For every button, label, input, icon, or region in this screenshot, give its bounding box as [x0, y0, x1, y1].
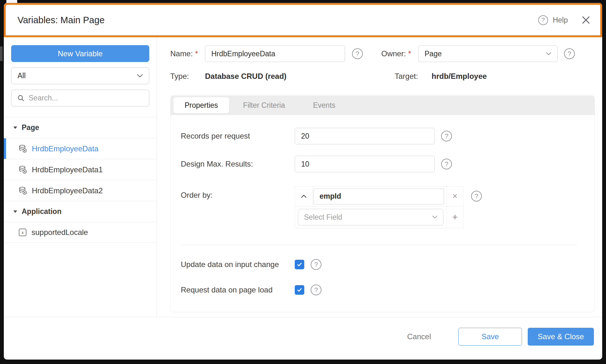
records-per-request-row: Records per request ?	[181, 128, 585, 144]
sidebar-item-hrdbemployeedata2[interactable]: HrdbEmployeeData2	[4, 180, 157, 201]
cancel-button[interactable]: Cancel	[407, 332, 431, 341]
chevron-down-icon	[546, 52, 551, 55]
database-icon	[18, 165, 27, 174]
order-by-row: Order by: empId × Select Fiel	[181, 186, 585, 228]
variable-icon: x	[18, 228, 27, 237]
records-per-request-input[interactable]	[295, 128, 435, 144]
required-marker: *	[195, 49, 198, 58]
variables-dialog: Variables: Main Page ? Help New Variable…	[4, 3, 602, 360]
request-data-checkbox[interactable]	[295, 285, 304, 295]
name-input[interactable]	[205, 45, 345, 62]
max-results-help-icon[interactable]: ?	[441, 159, 452, 169]
search-icon	[18, 95, 25, 102]
type-value: Database CRUD (read)	[205, 72, 352, 81]
select-field-dropdown[interactable]: Select Field	[298, 209, 443, 225]
section-divider	[181, 245, 578, 245]
group-header-application[interactable]: Application	[4, 201, 157, 222]
sidebar-item-hrdbemployeedata1[interactable]: HrdbEmployeeData1	[4, 159, 157, 180]
order-by-help-icon[interactable]: ?	[471, 191, 482, 202]
records-help-icon[interactable]: ?	[441, 131, 452, 141]
header-actions: ? Help	[538, 15, 591, 25]
dialog-footer: Cancel Save Save & Close	[4, 317, 602, 360]
request-data-row: Request data on page load ?	[181, 285, 585, 295]
remove-order-field-icon[interactable]: ×	[447, 187, 463, 206]
variable-tab-panel: Properties Filter Criteria Events Record…	[170, 95, 595, 312]
variable-list: Page HrdbEmployeeData	[4, 117, 157, 243]
tab-filter-criteria[interactable]: Filter Criteria	[229, 97, 299, 113]
svg-text:x: x	[21, 230, 24, 235]
design-max-results-label: Design Max. Results:	[181, 160, 295, 168]
select-field-cell: Select Field	[295, 206, 447, 228]
owner-select[interactable]: Page	[418, 45, 558, 62]
variable-filter-value: All	[18, 72, 26, 80]
order-field-cell: empId	[313, 187, 447, 206]
target-value: hrdb/Employee	[432, 72, 487, 81]
background-app-fragment	[0, 46, 3, 61]
sidebar-item-supportedlocale[interactable]: x supportedLocale	[4, 222, 157, 243]
group-label: Page	[22, 123, 39, 132]
chevron-down-icon	[432, 216, 437, 219]
required-marker: *	[408, 49, 411, 58]
request-data-label: Request data on page load	[181, 285, 295, 294]
name-owner-row: Name:* ? Owner:* Page ?	[170, 45, 602, 62]
owner-select-value: Page	[425, 50, 442, 58]
name-help-icon[interactable]: ?	[352, 48, 363, 59]
database-icon	[18, 186, 27, 195]
dialog-header: Variables: Main Page ? Help	[4, 3, 602, 37]
help-label[interactable]: Help	[553, 16, 568, 24]
type-target-row: Type: Database CRUD (read) Target: hrdb/…	[170, 68, 602, 85]
dialog-body: New Variable All	[4, 37, 602, 317]
main-panel: Name:* ? Owner:* Page ? Type: Database C…	[157, 37, 602, 317]
sidebar: New Variable All	[4, 37, 157, 317]
search-input[interactable]	[29, 94, 143, 102]
properties-tab-content: Records per request ? Design Max. Result…	[170, 115, 595, 312]
name-label: Name:*	[170, 49, 205, 58]
design-max-results-input[interactable]	[295, 156, 435, 172]
update-data-row: Update data on input change ?	[181, 259, 585, 270]
group-header-page[interactable]: Page	[4, 117, 157, 138]
save-button[interactable]: Save	[458, 328, 522, 346]
target-label: Target:	[395, 72, 432, 81]
select-field-placeholder: Select Field	[304, 213, 342, 222]
save-and-close-button[interactable]: Save & Close	[528, 328, 594, 346]
sidebar-item-hrdbemployeedata[interactable]: HrdbEmployeeData	[4, 138, 157, 159]
update-data-help-icon[interactable]: ?	[311, 259, 321, 270]
sidebar-item-label: HrdbEmployeeData1	[32, 165, 103, 174]
tab-properties[interactable]: Properties	[173, 97, 229, 113]
sidebar-item-label: supportedLocale	[32, 228, 88, 237]
sort-ascending-icon[interactable]	[295, 187, 313, 206]
caret-down-icon	[13, 127, 17, 129]
chevron-down-icon	[137, 74, 143, 78]
sidebar-controls: New Variable All	[4, 45, 157, 106]
order-by-table: empId × Select Field	[295, 186, 463, 228]
sidebar-item-label: HrdbEmployeeData2	[32, 186, 103, 195]
close-icon[interactable]	[581, 15, 591, 25]
search-box	[11, 90, 149, 106]
records-per-request-label: Records per request	[181, 132, 295, 141]
new-variable-button[interactable]: New Variable	[11, 45, 149, 62]
dialog-title: Variables: Main Page	[18, 15, 538, 25]
order-field-value[interactable]: empId	[314, 189, 444, 204]
tab-events[interactable]: Events	[299, 97, 349, 113]
design-max-results-row: Design Max. Results: ?	[181, 156, 585, 172]
group-label: Application	[22, 207, 61, 216]
add-order-field-button[interactable]: +	[447, 206, 463, 228]
order-by-label: Order by:	[181, 186, 295, 200]
sidebar-item-label: HrdbEmployeeData	[32, 144, 98, 153]
variable-filter-select[interactable]: All	[11, 67, 149, 84]
type-label: Type:	[170, 72, 205, 81]
update-data-label: Update data on input change	[181, 260, 295, 269]
background-app-fragment	[6, 0, 17, 3]
request-data-help-icon[interactable]: ?	[311, 285, 321, 295]
tab-bar: Properties Filter Criteria Events	[170, 95, 595, 115]
owner-label: Owner:*	[381, 49, 418, 58]
update-data-checkbox[interactable]	[295, 260, 304, 269]
help-icon[interactable]: ?	[538, 15, 548, 25]
database-icon	[18, 144, 27, 153]
owner-help-icon[interactable]: ?	[564, 48, 575, 59]
caret-down-icon	[13, 210, 17, 213]
